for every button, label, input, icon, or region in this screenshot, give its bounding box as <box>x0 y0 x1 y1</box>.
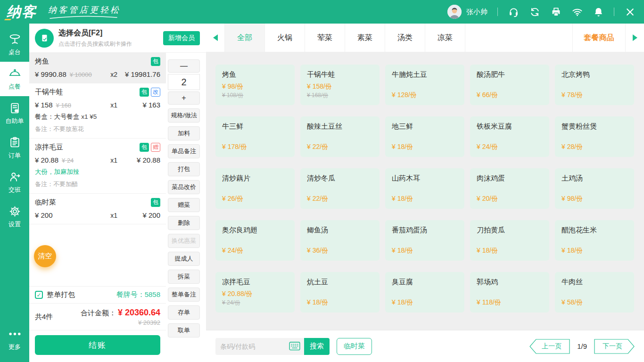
support-headset-icon[interactable] <box>508 6 519 17</box>
search-button[interactable]: 搜索 <box>304 338 330 355</box>
next-page-button[interactable]: 下一页 <box>594 339 635 354</box>
sync-icon[interactable] <box>529 6 540 17</box>
prev-page-button[interactable]: 上一页 <box>529 339 570 354</box>
order-item-name: 干锅牛蛙 <box>35 88 63 97</box>
sidebar-item-more[interactable]: 更多 <box>0 322 29 356</box>
menu-item-card[interactable]: 酸汤肥牛 ¥ 66/份 <box>470 65 549 105</box>
member-title: 选择会员[F2] <box>58 28 132 38</box>
keyboard-icon[interactable] <box>289 341 300 352</box>
sidebar-item-settings[interactable]: 设置 <box>0 199 29 234</box>
menu-item-card[interactable]: 蟹黄粉丝煲 ¥ 28/份 <box>555 116 634 157</box>
action-button[interactable]: 加料 <box>168 126 200 140</box>
dish-name: 山药木耳 <box>392 174 458 183</box>
menu-item-card[interactable]: 干锅牛蛙 ¥ 158/份 ¥ 168/份 <box>300 65 380 105</box>
menu-item-card[interactable]: 肉沫鸡蛋 ¥ 20/份 <box>470 168 549 209</box>
quantity-plus-button[interactable]: + <box>168 91 200 105</box>
member-select-header[interactable]: 选择会员[F2] 点击进行会员搜索或刷卡操作 新增会员 <box>29 24 206 53</box>
checkout-button[interactable]: 结账 <box>35 335 160 355</box>
order-ticket: 烤鱼 包 ¥ 9990.88 ¥ 10000 x2 ¥ 19981.76 <box>29 53 166 362</box>
item-spec-line: 大份，加麻加辣 <box>35 168 160 176</box>
menu-item-card[interactable]: 山药木耳 ¥ 18/份 <box>385 168 464 209</box>
action-button[interactable]: 取单 <box>168 323 200 337</box>
category-tab[interactable]: 汤类 <box>385 24 425 52</box>
menu-item-card[interactable]: 醋泡花生米 ¥ 18/份 <box>555 220 634 261</box>
notification-bell-icon[interactable] <box>593 6 604 17</box>
pack-checkbox[interactable]: ✓ <box>35 291 43 299</box>
action-button[interactable]: 单品备注 <box>168 144 200 158</box>
menu-item-card[interactable]: 郭场鸡 ¥ 118/份 <box>470 272 549 313</box>
wifi-icon[interactable] <box>571 6 583 17</box>
dish-name: 炕土豆 <box>307 278 373 287</box>
menu-item-card[interactable]: 地三鲜 ¥ 18/份 <box>385 116 464 157</box>
sidebar-item-self-order[interactable]: 自助单 <box>0 96 29 131</box>
action-button[interactable]: 打包 <box>168 162 200 176</box>
menu-item-card[interactable]: 清炒冬瓜 ¥ 22/份 <box>300 168 380 209</box>
action-button[interactable]: 删除 <box>168 216 200 230</box>
menu-item-card[interactable]: 北京烤鸭 ¥ 78/份 <box>555 65 634 105</box>
order-item-header: 干锅牛蛙 包改 <box>35 88 160 97</box>
tabs-scroll-right-button[interactable] <box>625 24 644 52</box>
menu-item-card[interactable]: 鲫鱼汤 ¥ 36/份 <box>300 220 380 261</box>
action-button[interactable]: 提成人 <box>168 252 200 266</box>
close-icon[interactable] <box>624 6 636 17</box>
category-tab[interactable]: 火锅 <box>265 24 305 52</box>
dish-price: ¥ 28/份 <box>561 143 627 151</box>
order-item[interactable]: 凉拌毛豆 包赠 ¥ 20.88 ¥ 24 x1 ¥ 20.88 <box>29 139 166 194</box>
menu-item-card[interactable]: 烤鱼 ¥ 98/份 ¥ 108/份 <box>215 65 295 105</box>
menu-item-card[interactable]: 酸辣土豆丝 ¥ 22/份 <box>300 116 380 157</box>
user-avatar[interactable] <box>447 5 462 19</box>
action-button[interactable]: 拆菜 <box>168 270 200 284</box>
add-member-button[interactable]: 新增会员 <box>163 31 200 45</box>
menu-item-card[interactable]: 牛腩炖土豆 ¥ 128/份 <box>385 65 464 105</box>
dish-name: 酸辣土豆丝 <box>307 122 373 131</box>
menu-item-card[interactable]: 牛三鲜 ¥ 178/份 <box>215 116 295 157</box>
item-count: 共4件 <box>35 313 53 321</box>
tabs-scroll-left-button[interactable] <box>206 24 225 52</box>
dish-prices: ¥ 28/份 <box>561 143 627 151</box>
action-button[interactable]: 存单 <box>168 305 200 320</box>
username[interactable]: 张小帅 <box>466 8 487 16</box>
action-button[interactable]: 规格/做法 <box>168 108 200 123</box>
order-item[interactable]: 临时菜 包 ¥ 200 x1 ¥ 200 <box>29 194 166 224</box>
action-button[interactable]: 整单备注 <box>168 288 200 302</box>
action-button[interactable]: 菜品改价 <box>168 180 200 194</box>
dish-original-price: ¥ 168/份 <box>307 91 373 99</box>
menu-item-card[interactable]: 铁板米豆腐 ¥ 24/份 <box>470 116 549 157</box>
order-item[interactable]: 烤鱼 包 ¥ 9990.88 ¥ 10000 x2 ¥ 19981.76 <box>29 53 166 83</box>
sidebar-item-orders[interactable]: 订单 <box>0 131 29 165</box>
menu-item-card[interactable]: 番茄鸡蛋汤 ¥ 18/份 <box>385 220 464 261</box>
combo-products-tab[interactable]: 套餐商品 <box>572 24 625 52</box>
sidebar-item-order[interactable]: 点餐 <box>0 62 29 96</box>
action-button[interactable]: 换优惠菜 <box>168 234 200 248</box>
menu-item-card[interactable]: 刀拍黄瓜 ¥ 18/份 <box>470 220 549 261</box>
menu-item-card[interactable]: 清炒藕片 ¥ 26/份 <box>215 168 295 209</box>
dish-price: ¥ 26/份 <box>222 195 288 203</box>
category-tabbar: 全部火锅荤菜素菜汤类凉菜 套餐商品 <box>206 24 644 52</box>
topbar-divider <box>614 8 614 16</box>
printer-icon[interactable] <box>550 6 561 17</box>
category-tab[interactable]: 素菜 <box>345 24 385 52</box>
menu-item-card[interactable]: 凉拌毛豆 ¥ 20.88/份 ¥ 24/份 <box>215 272 295 313</box>
action-button[interactable]: 赠菜 <box>168 198 200 212</box>
menu-item-card[interactable]: 奥尔良鸡翅 ¥ 24/份 <box>215 220 295 261</box>
temp-dish-button[interactable]: 临时菜 <box>337 338 372 355</box>
category-tab[interactable]: 全部 <box>225 24 265 52</box>
sidebar-item-shift[interactable]: 交班 <box>0 165 29 199</box>
category-tab[interactable]: 荤菜 <box>305 24 345 52</box>
menu-item-card[interactable]: 炕土豆 ¥ 18/份 <box>300 272 380 313</box>
clear-order-button[interactable]: 清空 <box>34 245 56 267</box>
sidebar-item-tables[interactable]: 桌台 <box>0 27 29 62</box>
order-item[interactable]: 干锅牛蛙 包改 ¥ 158 ¥ 168 x1 ¥ 163 <box>29 83 166 139</box>
menu-item-card[interactable]: 臭豆腐 ¥ 18/份 <box>385 272 464 313</box>
category-tab[interactable]: 凉菜 <box>425 24 465 52</box>
menu-item-card[interactable]: 土鸡汤 ¥ 98/份 <box>555 168 634 209</box>
item-quantity: x1 <box>110 156 117 164</box>
dish-price: ¥ 58/份 <box>561 298 627 307</box>
dish-price: ¥ 128/份 <box>392 91 458 99</box>
dish-prices: ¥ 24/份 <box>222 247 288 255</box>
menu-area: 全部火锅荤菜素菜汤类凉菜 套餐商品 烤鱼 ¥ 98/份 ¥ 108/份 干锅牛蛙 <box>206 24 644 362</box>
menu-item-card[interactable]: 牛肉丝 ¥ 58/份 <box>555 272 634 313</box>
order-item-badges: 包改 <box>140 88 160 97</box>
quantity-minus-button[interactable]: — <box>168 59 200 73</box>
item-price: ¥ 9990.88 <box>35 70 66 78</box>
